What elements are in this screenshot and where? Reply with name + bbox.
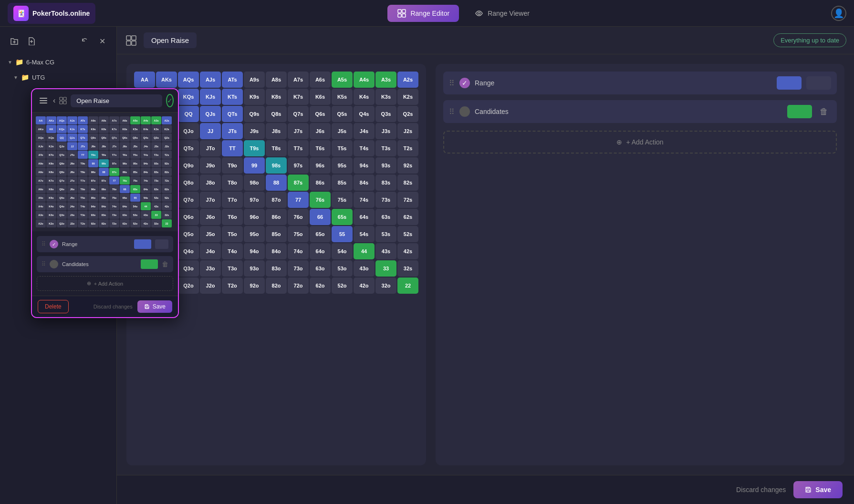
mini-hand-cell-kto[interactable]: KTo <box>46 151 56 159</box>
mini-hand-cell-ajs[interactable]: AJs <box>67 116 77 124</box>
mini-strategy-name-input[interactable] <box>71 94 162 107</box>
mini-hand-cell-q2o[interactable]: Q2o <box>57 219 67 227</box>
hand-cell-33[interactable]: 33 <box>375 260 396 277</box>
mini-hand-cell-99[interactable]: 99 <box>88 159 98 167</box>
mini-hand-cell-52s[interactable]: 52s <box>162 194 172 202</box>
hand-cell-87s[interactable]: 87s <box>288 175 309 191</box>
mini-hand-cell-j8s[interactable]: J8s <box>99 142 109 150</box>
mini-hand-cell-74s[interactable]: 74s <box>141 176 151 185</box>
mini-hand-cell-q3s[interactable]: Q3s <box>151 134 161 142</box>
hand-cell-87o[interactable]: 87o <box>266 192 287 208</box>
mini-hand-cell-aqs[interactable]: AQs <box>57 116 67 124</box>
nav-tab-range-viewer[interactable]: Range Viewer <box>465 5 539 22</box>
hand-cell-aqs[interactable]: AQs <box>178 72 199 88</box>
mini-hand-cell-64o[interactable]: 64o <box>120 202 130 210</box>
candidates-checkbox[interactable] <box>459 106 470 117</box>
mini-hand-cell-j7o[interactable]: J7o <box>67 176 77 185</box>
mini-hand-cell-a5o[interactable]: A5o <box>36 194 46 202</box>
mini-hand-cell-32s[interactable]: 32s <box>162 211 172 219</box>
hand-cell-k6s[interactable]: K6s <box>310 89 331 105</box>
hand-cell-97s[interactable]: 97s <box>288 157 309 174</box>
hand-cell-62o[interactable]: 62o <box>310 278 331 294</box>
hand-cell-32s[interactable]: 32s <box>397 260 418 277</box>
mini-hand-cell-qjs[interactable]: QJs <box>67 134 77 142</box>
mini-hand-cell-a8s[interactable]: A8s <box>99 116 109 124</box>
mini-hand-cell-q5o[interactable]: Q5o <box>57 194 67 202</box>
hand-cell-65o[interactable]: 65o <box>310 226 331 242</box>
mini-hand-cell-t4s[interactable]: T4s <box>141 151 151 159</box>
mini-hand-cell-77[interactable]: 77 <box>109 176 119 185</box>
mini-hand-cell-q2s[interactable]: Q2s <box>162 134 172 142</box>
hand-cell-93o[interactable]: 93o <box>244 260 265 277</box>
mini-hand-cell-aqo[interactable]: AQo <box>36 134 46 142</box>
mini-hand-cell-t6o[interactable]: T6o <box>78 185 88 193</box>
mini-hand-cell-22[interactable]: 22 <box>162 219 172 227</box>
hand-cell-k3s[interactable]: K3s <box>375 89 396 105</box>
mini-hand-cell-q9o[interactable]: Q9o <box>57 159 67 167</box>
hand-cell-j2s[interactable]: J2s <box>397 123 418 139</box>
mini-hand-cell-64s[interactable]: 64s <box>141 185 151 193</box>
mini-hand-cell-t8s[interactable]: T8s <box>99 151 109 159</box>
mini-hand-cell-43o[interactable]: 43o <box>141 211 151 219</box>
hand-cell-74o[interactable]: 74o <box>288 243 309 259</box>
hand-cell-j2o[interactable]: J2o <box>200 278 221 294</box>
user-profile-icon[interactable]: 👤 <box>831 6 846 21</box>
mini-hand-cell-a4o[interactable]: A4o <box>36 202 46 210</box>
mini-hand-cell-53s[interactable]: 53s <box>151 194 161 202</box>
mini-hand-cell-55[interactable]: 55 <box>130 194 140 202</box>
hand-cell-j9s[interactable]: J9s <box>244 123 265 139</box>
mini-hand-cell-72s[interactable]: 72s <box>162 176 172 185</box>
mini-hand-cell-a9s[interactable]: A9s <box>88 116 98 124</box>
mini-hand-cell-q7o[interactable]: Q7o <box>57 176 67 185</box>
add-action-button[interactable]: ⊕ + Add Action <box>443 131 837 154</box>
mini-hand-cell-33[interactable]: 33 <box>151 211 161 219</box>
hand-cell-j5o[interactable]: J5o <box>200 226 221 242</box>
mini-hand-cell-qts[interactable]: QTs <box>78 134 88 142</box>
hand-cell-t2s[interactable]: T2s <box>397 140 418 156</box>
hand-cell-q9o[interactable]: Q9o <box>178 157 199 174</box>
mini-hand-cell-t7o[interactable]: T7o <box>78 176 88 185</box>
hand-cell-88[interactable]: 88 <box>266 175 287 191</box>
hand-cell-kqs[interactable]: KQs <box>178 89 199 105</box>
mini-hand-cell-a5s[interactable]: A5s <box>130 116 140 124</box>
mini-hand-cell-t8o[interactable]: T8o <box>78 168 88 176</box>
hand-cell-76o[interactable]: 76o <box>288 209 309 225</box>
hand-cell-63o[interactable]: 63o <box>310 260 331 277</box>
drag-handle-range[interactable]: ⠿ <box>449 79 455 88</box>
hand-cell-83o[interactable]: 83o <box>266 260 287 277</box>
mini-hand-cell-75o[interactable]: 75o <box>109 194 119 202</box>
hand-cell-kjs[interactable]: KJs <box>200 89 221 105</box>
mini-hand-cell-88[interactable]: 88 <box>99 168 109 176</box>
add-file-button[interactable] <box>25 34 38 48</box>
hand-cell-42o[interactable]: 42o <box>354 278 375 294</box>
mini-hand-cell-q3o[interactable]: Q3o <box>57 211 67 219</box>
hand-cell-93s[interactable]: 93s <box>375 157 396 174</box>
hand-cell-jj[interactable]: JJ <box>200 123 221 139</box>
mini-hand-cell-j3s[interactable]: J3s <box>151 142 161 150</box>
mini-hand-cell-62s[interactable]: 62s <box>162 185 172 193</box>
hand-cell-j8o[interactable]: J8o <box>200 175 221 191</box>
mini-hand-cell-k4s[interactable]: K4s <box>141 125 151 133</box>
close-sidebar-button[interactable]: ✕ <box>95 34 109 48</box>
hand-cell-82s[interactable]: 82s <box>397 175 418 191</box>
hand-cell-a8s[interactable]: A8s <box>266 72 287 88</box>
hand-cell-a4s[interactable]: A4s <box>354 72 375 88</box>
hand-cell-k8s[interactable]: K8s <box>266 89 287 105</box>
nav-tab-range-editor[interactable]: Range Editor <box>387 5 459 22</box>
hand-cell-t4o[interactable]: T4o <box>222 243 243 259</box>
mini-hand-cell-kqo[interactable]: KQo <box>46 134 56 142</box>
sidebar-item-6max-cg[interactable]: ▼ 📁 6-Max CG <box>4 55 113 69</box>
mini-save-button[interactable]: Save <box>137 300 172 313</box>
hand-cell-52o[interactable]: 52o <box>332 278 353 294</box>
mini-hand-cell-k3s[interactable]: K3s <box>151 125 161 133</box>
hand-cell-qjo[interactable]: QJo <box>178 123 199 139</box>
hand-cell-t9o[interactable]: T9o <box>222 157 243 174</box>
hand-cell-q2s[interactable]: Q2s <box>397 106 418 122</box>
mini-hand-cell-t5o[interactable]: T5o <box>78 194 88 202</box>
mini-hand-cell-a2s[interactable]: A2s <box>162 116 172 124</box>
hand-cell-q3o[interactable]: Q3o <box>178 260 199 277</box>
mini-hand-cell-t2o[interactable]: T2o <box>78 219 88 227</box>
mini-hand-cell-j2o[interactable]: J2o <box>67 219 77 227</box>
hand-cell-q7o[interactable]: Q7o <box>178 192 199 208</box>
mini-hand-cell-aks[interactable]: AKs <box>46 116 56 124</box>
